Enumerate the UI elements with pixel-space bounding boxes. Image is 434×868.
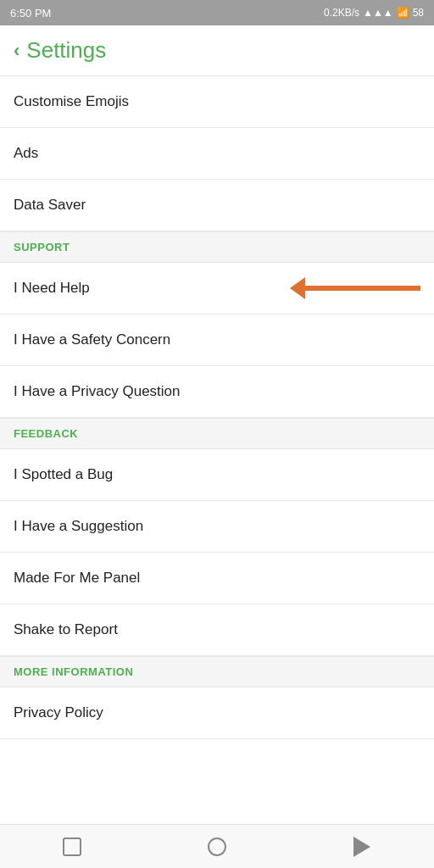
section-header-more-info: MORE INFORMATION [0, 656, 434, 687]
page-title: Settings [26, 37, 106, 64]
menu-item-spotted-bug[interactable]: I Spotted a Bug [0, 449, 434, 501]
menu-item-ads[interactable]: Ads [0, 128, 434, 180]
menu-item-privacy-policy[interactable]: Privacy Policy [0, 687, 434, 739]
menu-label-customise-emojis: Customise Emojis [14, 93, 129, 110]
menu-item-shake-report[interactable]: Shake to Report [0, 604, 434, 656]
header: ‹ Settings [0, 25, 434, 76]
wifi-icon: 📶 [397, 7, 409, 19]
arrow-body [302, 286, 420, 291]
section-support: SUPPORT I Need Help I Have a Safety Conc… [0, 231, 434, 418]
section-more-info: MORE INFORMATION Privacy Policy [0, 656, 434, 739]
menu-label-data-saver: Data Saver [14, 197, 86, 214]
menu-label-safety-concern: I Have a Safety Concern [14, 331, 170, 348]
menu-label-privacy-question: I Have a Privacy Question [14, 383, 181, 400]
nav-circle-button[interactable] [202, 832, 232, 862]
section-header-feedback: FEEDBACK [0, 418, 434, 449]
arrow-annotation [302, 286, 420, 291]
menu-item-made-for-me[interactable]: Made For Me Panel [0, 553, 434, 604]
menu-label-made-for-me: Made For Me Panel [14, 570, 140, 587]
nav-back-button[interactable] [347, 832, 377, 862]
menu-item-privacy-question[interactable]: I Have a Privacy Question [0, 366, 434, 418]
content: Customise Emojis Ads Data Saver SUPPORT … [0, 76, 434, 783]
menu-item-customise-emojis[interactable]: Customise Emojis [0, 76, 434, 128]
circle-icon [208, 837, 226, 856]
nav-square-button[interactable] [57, 832, 87, 862]
section-feedback: FEEDBACK I Spotted a Bug I Have a Sugges… [0, 418, 434, 656]
triangle-icon [353, 837, 370, 857]
menu-label-ads: Ads [14, 145, 38, 162]
network-speed: 0.2KB/s [324, 7, 359, 19]
menu-item-i-need-help[interactable]: I Need Help [0, 263, 434, 314]
menu-label-suggestion: I Have a Suggestion [14, 518, 143, 535]
time: 6:50 PM [10, 7, 51, 19]
signal-icon: ▲▲▲ [363, 7, 393, 19]
bottom-nav [0, 824, 434, 868]
menu-item-suggestion[interactable]: I Have a Suggestion [0, 501, 434, 553]
square-icon [63, 837, 81, 856]
section-no-section: Customise Emojis Ads Data Saver [0, 76, 434, 231]
back-button[interactable]: ‹ [14, 40, 19, 62]
menu-item-data-saver[interactable]: Data Saver [0, 180, 434, 231]
status-bar-right: 0.2KB/s ▲▲▲ 📶 58 [324, 7, 424, 19]
menu-label-privacy-policy: Privacy Policy [14, 704, 103, 721]
section-header-support: SUPPORT [0, 231, 434, 263]
menu-label-i-need-help: I Need Help [14, 280, 90, 297]
menu-label-spotted-bug: I Spotted a Bug [14, 466, 113, 483]
status-bar: 6:50 PM 0.2KB/s ▲▲▲ 📶 58 [0, 0, 434, 25]
menu-label-shake-report: Shake to Report [14, 621, 118, 638]
menu-item-safety-concern[interactable]: I Have a Safety Concern [0, 314, 434, 366]
battery: 58 [413, 7, 424, 19]
